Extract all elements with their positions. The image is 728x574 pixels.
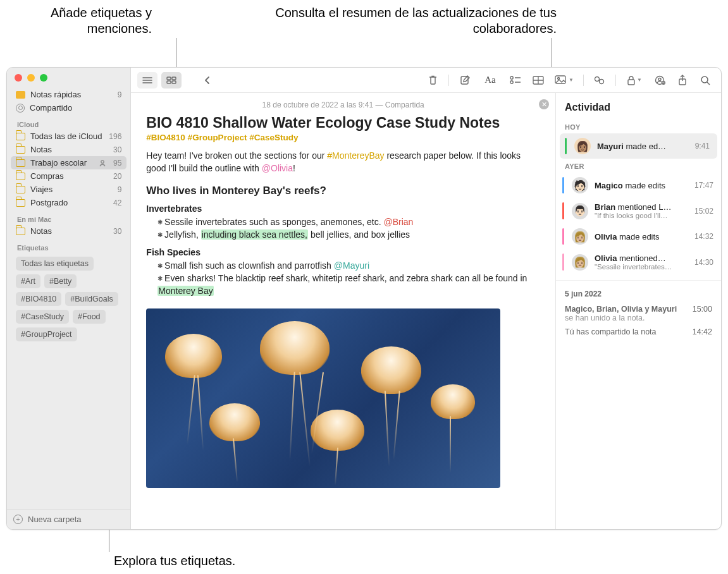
lock-button[interactable]: ▼ <box>622 72 646 89</box>
notes-window: Notas rápidas 9 Compartido iCloud Todas … <box>6 67 722 530</box>
tag-pill[interactable]: Todas las etiquetas <box>16 257 94 271</box>
sidebar-item-quick-notes[interactable]: Notas rápidas 9 <box>11 88 126 101</box>
back-button[interactable] <box>198 72 217 89</box>
tag-pill[interactable]: #GroupProject <box>16 327 77 341</box>
sidebar-item-folder[interactable]: Postgrado42 <box>11 196 126 209</box>
mention-olivia[interactable]: @Olivia <box>262 163 293 173</box>
sidebar-item-label: Notas rápidas <box>30 90 113 99</box>
activity-color-bar <box>562 177 564 193</box>
note-subheading[interactable]: Invertebrates <box>146 204 540 214</box>
mention-mayuri[interactable]: @Mayuri <box>334 260 369 271</box>
note-subheading[interactable]: Fish Species <box>146 247 540 257</box>
new-note-button[interactable] <box>455 72 474 89</box>
photo-icon <box>555 75 567 85</box>
list-item[interactable]: Even sharks! The blacktip reef shark, wh… <box>157 272 540 297</box>
note-heading[interactable]: Who lives in Monterey Bay's reefs? <box>146 185 540 197</box>
toolbar: Aa ▼ ▼ <box>131 68 721 93</box>
svg-line-20 <box>599 80 600 81</box>
table-button[interactable] <box>529 72 548 89</box>
avatar: 👩🏽 <box>574 138 591 154</box>
format-button[interactable]: Aa <box>478 72 502 89</box>
svg-point-26 <box>701 76 708 83</box>
sidebar-item-label: Notas <box>30 226 108 236</box>
activity-color-bar <box>562 253 564 271</box>
minimize-window-button[interactable] <box>27 74 35 82</box>
sidebar-item-count: 9 <box>118 185 122 194</box>
activity-date-header: 5 jun 2022 <box>556 280 721 302</box>
avatar: 👨🏻 <box>572 203 588 219</box>
activity-item[interactable]: 👩🏽 Mayuri made ed… 9:41 <box>560 133 717 159</box>
sidebar-item-count: 9 <box>118 90 122 99</box>
close-window-button[interactable] <box>15 74 22 82</box>
tag-pill[interactable]: #Art <box>16 274 40 288</box>
activity-color-bar <box>562 202 564 219</box>
close-activity-button[interactable]: ✕ <box>539 99 549 109</box>
collaborate-icon <box>653 75 666 85</box>
people-icon <box>16 104 25 113</box>
media-button[interactable]: ▼ <box>552 72 577 89</box>
sidebar-item-folder[interactable]: Compras20 <box>11 169 126 183</box>
activity-time: 14:32 <box>694 232 713 241</box>
grid-icon <box>166 76 176 84</box>
note-paragraph[interactable]: Hey team! I've broken out the sections f… <box>146 150 540 174</box>
share-button[interactable] <box>673 72 692 89</box>
svg-rect-21 <box>628 80 634 85</box>
list-view-button[interactable] <box>137 72 157 89</box>
sidebar-item-label: Compras <box>30 171 108 181</box>
mention-brian[interactable]: @Brian <box>383 217 413 227</box>
svg-rect-7 <box>172 81 176 83</box>
hashtag[interactable]: #MontereyBay <box>327 150 384 161</box>
collaborate-button[interactable] <box>650 72 669 89</box>
sidebar-item-folder[interactable]: Viajes9 <box>11 183 126 196</box>
tag-pill[interactable]: #CaseStudy <box>16 310 69 324</box>
main-area: Aa ▼ ▼ <box>131 68 721 529</box>
folder-icon <box>16 199 25 207</box>
sidebar-item-folder[interactable]: Todas las de iCloud196 <box>11 130 126 143</box>
link-icon <box>594 75 605 85</box>
link-note-button[interactable] <box>590 72 609 89</box>
note-title[interactable]: BIO 4810 Shallow Water Ecology Case Stud… <box>146 114 540 131</box>
activity-item[interactable]: 👨🏻Brian mentioned L…"If this looks good … <box>556 198 721 224</box>
svg-point-23 <box>658 78 661 80</box>
activity-section-today: HOY <box>556 119 721 133</box>
svg-rect-4 <box>167 77 171 80</box>
activity-item[interactable]: 👩🏼Olivia made edits14:32 <box>556 224 721 249</box>
list-item[interactable]: Jellyfish, including black sea nettles, … <box>157 229 540 241</box>
zoom-window-button[interactable] <box>40 74 47 82</box>
sidebar-item-count: 42 <box>113 198 121 207</box>
note-editor[interactable]: ✕ 18 de octubre de 2022 a las 9:41 — Com… <box>131 93 555 529</box>
avatar: 👩🏼 <box>572 254 588 271</box>
tag-pill[interactable]: #Betty <box>44 274 77 288</box>
tag-pill[interactable]: #Food <box>73 310 105 324</box>
sidebar-item-shared[interactable]: Compartido <box>11 101 126 114</box>
activity-time: 14:30 <box>694 258 713 267</box>
activity-item[interactable]: 👩🏼Olivia mentioned…"Sessile invertebrate… <box>556 249 721 275</box>
tag-pill[interactable]: #BuildGoals <box>65 292 118 306</box>
note-hashtags[interactable]: #BIO4810 #GroupProject #CaseStudy <box>146 133 540 142</box>
note-image[interactable] <box>146 308 500 488</box>
sidebar-item-folder[interactable]: Notas30 <box>11 224 126 238</box>
sidebar-section-header: iCloud <box>11 114 126 130</box>
svg-line-27 <box>707 82 710 85</box>
sidebar-item-label: Trabajo escolar <box>30 158 93 168</box>
sidebar-item-label: Postgrado <box>30 198 108 207</box>
svg-rect-5 <box>172 77 176 80</box>
activity-panel: Actividad HOY 👩🏽 Mayuri made ed… 9:41 AY… <box>555 93 721 529</box>
plus-circle-icon: + <box>13 515 23 524</box>
search-button[interactable] <box>696 72 715 89</box>
activity-item[interactable]: 🧑🏻Magico made edits17:47 <box>556 173 721 198</box>
list-item[interactable]: Sessile invertebrates such as sponges, a… <box>157 216 540 229</box>
activity-time: 9:41 <box>695 142 710 150</box>
list-item[interactable]: Small fish such as clownfish and parrotf… <box>157 260 540 272</box>
tag-pill[interactable]: #BIO4810 <box>16 292 61 306</box>
sidebar-item-folder[interactable]: Notas30 <box>11 143 126 156</box>
folder-icon <box>16 133 25 140</box>
chevron-down-icon: ▼ <box>569 77 574 83</box>
gallery-view-button[interactable] <box>161 72 182 89</box>
chevron-down-icon: ▼ <box>637 77 642 83</box>
toolbar-separator <box>615 75 616 86</box>
checklist-button[interactable] <box>506 72 525 89</box>
sidebar-item-folder[interactable]: Trabajo escolar95 <box>11 156 126 169</box>
delete-button[interactable] <box>423 72 442 89</box>
new-folder-button[interactable]: + Nueva carpeta <box>7 509 130 529</box>
